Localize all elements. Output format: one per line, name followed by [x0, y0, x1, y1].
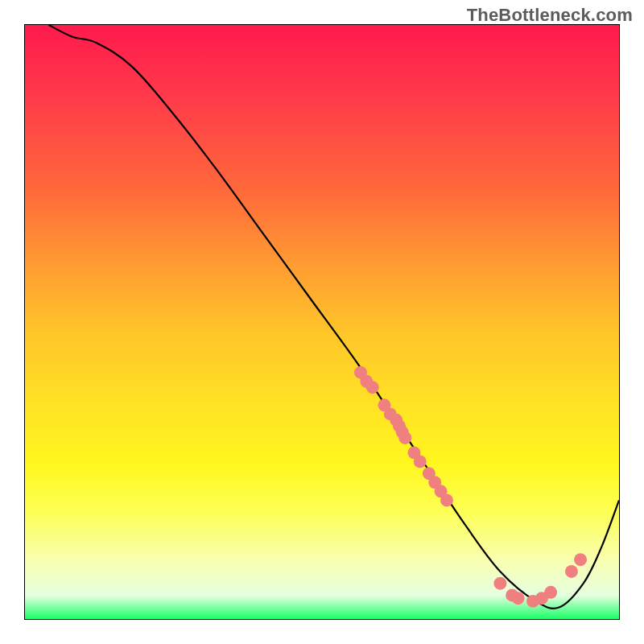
data-point: [512, 592, 525, 605]
data-point: [544, 586, 557, 599]
watermark-text: TheBottleneck.com: [467, 5, 633, 26]
data-point: [565, 565, 578, 578]
plot-area: [24, 24, 620, 620]
data-point: [398, 431, 411, 444]
chart-svg: [25, 25, 619, 619]
data-point: [366, 381, 379, 394]
data-point: [493, 577, 506, 590]
bottleneck-curve: [49, 25, 619, 609]
data-point: [414, 455, 427, 468]
data-point: [574, 553, 587, 566]
data-point: [440, 493, 453, 506]
data-points-group: [354, 366, 587, 608]
